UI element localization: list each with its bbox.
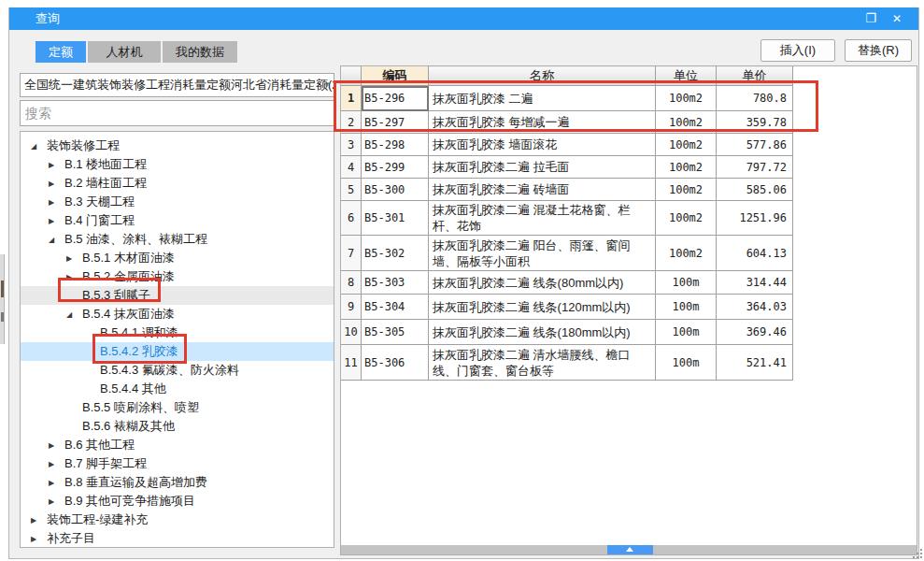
- cell-price[interactable]: 364.03: [717, 295, 793, 320]
- tree-collapsed-icon[interactable]: ▶: [66, 250, 82, 268]
- cell-code[interactable]: B5-301: [362, 201, 429, 236]
- tree-collapsed-icon[interactable]: ▶: [49, 455, 64, 474]
- table-row[interactable]: 7B5-302抹灰面乳胶漆二遍 阳台、雨篷、窗间墙、隔板等小面积100m2604…: [341, 236, 793, 271]
- tree-item[interactable]: B.5.4.4 其他: [21, 380, 334, 398]
- maximize-icon[interactable]: ❐: [860, 7, 881, 30]
- tree-item[interactable]: ▶B.6 其他工程: [21, 436, 334, 454]
- tree-collapsed-icon[interactable]: ▶: [31, 530, 47, 548]
- cell-unit[interactable]: 100m2: [656, 179, 717, 201]
- scrollbar-thumb[interactable]: [607, 545, 653, 554]
- table-row[interactable]: 8B5-303抹灰面乳胶漆二遍 线条(80mm以内)100m314.44: [341, 271, 793, 295]
- cell-name[interactable]: 抹灰面乳胶漆二遍 拉毛面: [429, 156, 656, 179]
- table-row[interactable]: 10B5-305抹灰面乳胶漆二遍 线条(180mm以内)100m369.46: [341, 320, 793, 345]
- tree-item[interactable]: ▶B.2 墙柱面工程: [21, 174, 334, 193]
- tab-labor-material-machine[interactable]: 人材机: [88, 41, 161, 63]
- cell-price[interactable]: 797.72: [717, 156, 793, 179]
- tree-item[interactable]: ▶装饰工程-绿建补充: [21, 511, 334, 529]
- table-row[interactable]: 11B5-306抹灰面乳胶漆二遍 清水墙腰线、檐口线、门窗套、窗台板等100m5…: [341, 345, 793, 381]
- tree-item[interactable]: ▶B.9 其他可竞争措施项目: [21, 492, 334, 511]
- tree-item[interactable]: ▶补充子目: [21, 529, 334, 548]
- cell-code[interactable]: B5-299: [362, 156, 429, 179]
- resize-grip[interactable]: [913, 549, 924, 560]
- replace-button[interactable]: 替换(R): [845, 39, 912, 62]
- row-number-cell[interactable]: 9: [341, 295, 362, 320]
- cell-unit[interactable]: 100m: [656, 345, 717, 381]
- tree-collapsed-icon[interactable]: ▶: [49, 493, 64, 511]
- cell-code[interactable]: B5-300: [362, 179, 429, 201]
- cell-code[interactable]: B5-302: [362, 236, 429, 271]
- cell-name[interactable]: 抹灰面乳胶漆二遍 清水墙腰线、檐口线、门窗套、窗台板等: [429, 345, 656, 381]
- tree-item[interactable]: ▶B.8 垂直运输及超高增加费: [21, 473, 334, 492]
- tree-collapsed-icon[interactable]: ▶: [49, 175, 64, 194]
- tab-my-data[interactable]: 我的数据: [163, 41, 237, 63]
- tree-item[interactable]: B.5.6 裱糊及其他: [21, 417, 334, 436]
- cell-price[interactable]: 521.41: [717, 345, 793, 381]
- cell-name[interactable]: 抹灰面乳胶漆二遍 阳台、雨篷、窗间墙、隔板等小面积: [429, 236, 656, 271]
- tab-quota[interactable]: 定额: [36, 41, 86, 63]
- tree-expanded-icon[interactable]: ◢: [49, 231, 64, 250]
- table-row[interactable]: 4B5-299抹灰面乳胶漆二遍 拉毛面100m2797.72: [341, 156, 793, 179]
- tree-collapsed-icon[interactable]: ▶: [49, 474, 64, 493]
- tree-item[interactable]: ◢装饰装修工程: [21, 137, 334, 155]
- row-number-cell[interactable]: 4: [341, 156, 362, 179]
- cell-price[interactable]: 1251.96: [717, 201, 793, 236]
- cell-code[interactable]: B5-304: [362, 295, 429, 320]
- search-input[interactable]: [20, 100, 334, 126]
- table-row[interactable]: 5B5-300抹灰面乳胶漆二遍 砖墙面100m2585.06: [341, 179, 793, 201]
- cell-code[interactable]: B5-306: [362, 345, 429, 381]
- tree-item[interactable]: ◢B.5 油漆、涂料、裱糊工程: [21, 230, 334, 249]
- cell-price[interactable]: 369.46: [717, 320, 793, 345]
- cell-name[interactable]: 抹灰面乳胶漆二遍 线条(180mm以内): [429, 320, 656, 345]
- tree-collapsed-icon[interactable]: ▶: [49, 437, 64, 455]
- cell-price[interactable]: 577.86: [717, 134, 793, 156]
- row-number-cell[interactable]: 11: [341, 345, 362, 381]
- cell-unit[interactable]: 100m: [656, 320, 717, 345]
- row-number-cell[interactable]: 7: [341, 236, 362, 271]
- tree-item[interactable]: ▶B.7 脚手架工程: [21, 454, 334, 473]
- collapsed-side-tab[interactable]: [0, 254, 5, 344]
- cell-code[interactable]: B5-298: [362, 134, 429, 156]
- cell-code[interactable]: B5-305: [362, 320, 429, 345]
- cell-name[interactable]: 抹灰面乳胶漆二遍 线条(80mm以内): [429, 271, 656, 295]
- cell-price[interactable]: 585.06: [717, 179, 793, 201]
- close-icon[interactable]: ✕: [887, 7, 907, 30]
- row-number-cell[interactable]: 8: [341, 271, 362, 295]
- tree-item[interactable]: B.5.4.3 氟碳漆、防火涂料: [21, 361, 334, 380]
- table-row[interactable]: 3B5-298抹灰面乳胶漆 墙面滚花100m2577.86: [341, 134, 793, 156]
- cell-unit[interactable]: 100m2: [656, 201, 717, 236]
- table-row[interactable]: 9B5-304抹灰面乳胶漆二遍 线条(120mm以内)100m364.03: [341, 295, 793, 320]
- row-number-cell[interactable]: 10: [341, 320, 362, 345]
- cell-name[interactable]: 抹灰面乳胶漆二遍 砖墙面: [429, 179, 656, 201]
- row-number-cell[interactable]: 3: [341, 134, 362, 156]
- cell-price[interactable]: 314.44: [717, 271, 793, 295]
- insert-button[interactable]: 插入(I): [761, 39, 835, 62]
- tree-item[interactable]: ▶B.1 楼地面工程: [21, 155, 334, 174]
- tree-item[interactable]: ▶B.5.1 木材面油漆: [21, 249, 334, 267]
- tree-item-label: B.1 楼地面工程: [64, 157, 147, 171]
- horizontal-scrollbar[interactable]: [341, 545, 917, 554]
- tree-collapsed-icon[interactable]: ▶: [49, 212, 64, 231]
- tree-item[interactable]: ▶B.3 天棚工程: [21, 193, 334, 211]
- table-row[interactable]: 6B5-301抹灰面乳胶漆二遍 混凝土花格窗、栏杆、花饰100m21251.96: [341, 201, 793, 236]
- cell-unit[interactable]: 100m: [656, 271, 717, 295]
- cell-unit[interactable]: 100m2: [656, 156, 717, 179]
- tree-collapsed-icon[interactable]: ▶: [49, 194, 64, 212]
- cell-name[interactable]: 抹灰面乳胶漆二遍 混凝土花格窗、栏杆、花饰: [429, 201, 656, 236]
- cell-name[interactable]: 抹灰面乳胶漆 墙面滚花: [429, 134, 656, 156]
- quota-library-select[interactable]: 全国统一建筑装饰装修工程消耗量定额河北省消耗量定额(20 ▼: [20, 73, 334, 97]
- tree-collapsed-icon[interactable]: ▶: [31, 511, 47, 530]
- cell-unit[interactable]: 100m2: [656, 134, 717, 156]
- row-number-cell[interactable]: 6: [341, 201, 362, 236]
- tree-item[interactable]: ◢B.5.4 抹灰面油漆: [21, 305, 334, 324]
- row-number-cell[interactable]: 5: [341, 179, 362, 201]
- cell-name[interactable]: 抹灰面乳胶漆二遍 线条(120mm以内): [429, 295, 656, 320]
- tree-item[interactable]: B.5.5 喷刷涂料、喷塑: [21, 398, 334, 417]
- tree-collapsed-icon[interactable]: ▶: [49, 156, 64, 175]
- cell-unit[interactable]: 100m: [656, 295, 717, 320]
- tree-expanded-icon[interactable]: ◢: [31, 137, 47, 156]
- cell-code[interactable]: B5-303: [362, 271, 429, 295]
- tree-expanded-icon[interactable]: ◢: [66, 306, 82, 324]
- cell-price[interactable]: 604.13: [717, 236, 793, 271]
- tree-item[interactable]: ▶B.4 门窗工程: [21, 211, 334, 230]
- cell-unit[interactable]: 100m2: [656, 236, 717, 271]
